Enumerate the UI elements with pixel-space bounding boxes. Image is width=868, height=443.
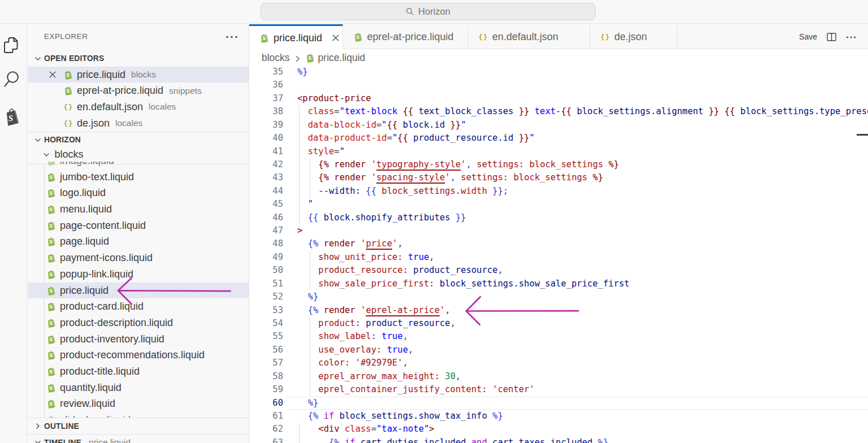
code-line[interactable]: 61 {% if block_settings.show_tax_info %}	[249, 410, 868, 423]
code-token: true	[381, 331, 402, 341]
code-line[interactable]: 46 {{ block.shopify_attributes }}	[249, 211, 868, 224]
open-editor-item[interactable]: { }en.default.jsonlocales	[28, 99, 249, 115]
open-editor-item[interactable]: Sprice.liquidblocks	[28, 67, 249, 83]
line-number: 58	[249, 370, 283, 383]
save-button[interactable]: Save	[799, 32, 817, 41]
activity-bar-item-search[interactable]	[0, 66, 27, 92]
line-number: 49	[249, 251, 283, 264]
tree-item[interactable]: Sprice.liquid	[28, 283, 249, 299]
file-icon: S	[46, 237, 56, 246]
tree-item[interactable]: Slogo.liquid	[28, 185, 249, 202]
tab-de.json[interactable]: { }de.json	[590, 24, 678, 49]
more-actions-icon[interactable]	[846, 32, 856, 42]
section-open-editors[interactable]: OPEN EDITORS	[28, 50, 249, 67]
code-line[interactable]: 62 <div class="tax-note">	[249, 423, 868, 436]
line-number: 40	[249, 132, 283, 145]
close-icon[interactable]	[49, 71, 57, 79]
code-line[interactable]: 37<product-price	[249, 92, 868, 105]
code-line[interactable]: 55 show_label: true,	[249, 330, 868, 343]
activity-bar-item-files[interactable]	[0, 32, 27, 58]
svg-text:}: }	[483, 33, 488, 41]
line-number: 54	[249, 317, 283, 330]
code-line-text: eprel_arrow_max_height: 30,	[297, 370, 461, 383]
code-line[interactable]: 43 {% render 'spacing-style', settings: …	[249, 171, 868, 184]
code-line[interactable]: 59 eprel_container_justify_content: 'cen…	[249, 383, 868, 396]
tree-item-partial-bottom[interactable]: Sslideshow.liquid	[28, 412, 249, 418]
code-line[interactable]: 44 --width: {{ block_settings.width }};	[249, 185, 868, 198]
code-line[interactable]: 47>	[249, 224, 868, 237]
tree-item[interactable]: Sproduct-title.liquid	[28, 363, 249, 380]
code-token: >	[429, 424, 434, 434]
code-token	[355, 437, 361, 443]
code-token: ,	[408, 345, 413, 355]
close-icon-wrap[interactable]	[49, 71, 57, 79]
code-token: '#92979E'	[355, 358, 403, 368]
tree-item[interactable]: Sproduct-description.liquid	[28, 315, 249, 331]
tree-file-name: popup-link.liquid	[60, 268, 133, 280]
tree-item[interactable]: Spopup-link.liquid	[28, 266, 249, 283]
tree-item[interactable]: Spayment-icons.liquid	[28, 250, 249, 266]
code-line[interactable]: 52 %}	[249, 290, 868, 303]
tree-item[interactable]: Smenu.liquid	[28, 201, 249, 218]
tree-item[interactable]: Sproduct-inventory.liquid	[28, 331, 249, 348]
code-line[interactable]: 63 {% if cart_duties_included and cart_t…	[249, 436, 868, 443]
code-token: 'center'	[492, 384, 535, 394]
tree-item[interactable]: Squantity.liquid	[28, 380, 249, 396]
code-line[interactable]: 38 class="text-block {{ text_block_class…	[249, 105, 868, 118]
json-file-icon: { }	[63, 119, 73, 128]
code-token: ,	[498, 265, 503, 275]
close-icon[interactable]	[332, 34, 340, 42]
tree-item[interactable]: Sjumbo-text.liquid	[28, 169, 249, 185]
tree-item[interactable]: Sreview.liquid	[28, 396, 249, 412]
code-line[interactable]: 49 show_unit_price: true,	[249, 251, 868, 264]
code-line[interactable]: 56 use_overlay: true,	[249, 344, 868, 357]
tab-close-wrap[interactable]	[332, 34, 340, 42]
more-actions-icon[interactable]	[225, 35, 238, 39]
code-line[interactable]: 40 data-product-id="{{ product_resource.…	[249, 132, 868, 145]
tree-item[interactable]: Sproduct-card.liquid	[28, 298, 249, 315]
section-timeline[interactable]: TIMELINEprice.liquid	[28, 434, 249, 443]
code-line[interactable]: 39 data-block-id="{{ block.id }}"	[249, 119, 868, 132]
breadcrumb-item[interactable]: blocks	[262, 52, 290, 64]
code-line[interactable]: 60 %}	[249, 397, 868, 410]
liquid-file-icon: S	[46, 318, 56, 328]
line-number: 46	[249, 211, 283, 224]
split-editor-icon[interactable]	[827, 32, 836, 42]
code-token	[455, 172, 461, 183]
open-editor-item[interactable]: Seprel-at-price.liquidsnippets	[28, 82, 249, 99]
section-outline[interactable]: OUTLINE	[28, 418, 249, 434]
code-line[interactable]: 58 eprel_arrow_max_height: 30,	[249, 370, 868, 383]
tab-label: eprel-at-price.liquid	[367, 31, 454, 43]
tree-item[interactable]: Spage-content.liquid	[28, 218, 249, 234]
code-line[interactable]: 51 show_sale_price_first: block_settings…	[249, 277, 868, 290]
svg-text:S: S	[355, 34, 359, 40]
breadcrumb-item[interactable]: price.liquid	[318, 52, 366, 64]
code-line[interactable]: 50 product_resource: product_resource,	[249, 264, 868, 277]
open-editor-item[interactable]: { }de.jsonlocales	[28, 115, 249, 132]
code-line[interactable]: 54 product: product_resource,	[249, 317, 868, 330]
tree-file-name: logo.liquid	[60, 187, 106, 199]
code-line[interactable]: 57 color: '#92979E',	[249, 357, 868, 370]
code-line[interactable]: 36	[249, 79, 868, 92]
tab-eprel-at-price.liquid[interactable]: Seprel-at-price.liquid	[343, 24, 468, 49]
section-horizon[interactable]: HORIZON	[28, 132, 249, 148]
code-line[interactable]: 35%}	[249, 66, 868, 79]
code-line[interactable]: 45 "	[249, 198, 868, 211]
tab-price.liquid[interactable]: Sprice.liquid	[249, 24, 343, 50]
code-token: }}	[519, 106, 530, 116]
tree-item[interactable]: Sproduct-recommendations.liquid	[28, 348, 249, 364]
code-line[interactable]: 48 {% render 'price',	[249, 237, 868, 250]
liquid-file-icon: S	[46, 286, 56, 296]
command-center-search[interactable]: Horizon	[261, 3, 596, 20]
code-line[interactable]: 53 {% render 'eprel-at-price',	[249, 304, 868, 317]
tab-en.default.json[interactable]: { }en.default.json	[468, 24, 590, 49]
breadcrumb[interactable]: blocks Sprice.liquid	[249, 50, 868, 66]
line-number: 42	[249, 158, 283, 171]
tree-folder-blocks[interactable]: blocks	[28, 147, 249, 162]
activity-bar-item-shopify[interactable]: S	[0, 104, 27, 130]
code-line[interactable]: 42 {% render 'typography-style', setting…	[249, 158, 868, 171]
tree-item[interactable]: Spage.liquid	[28, 234, 249, 250]
code-editor[interactable]: 35%}3637<product-price38 class="text-blo…	[249, 66, 868, 443]
code-line[interactable]: 41 style="	[249, 145, 868, 158]
code-token	[297, 305, 308, 315]
